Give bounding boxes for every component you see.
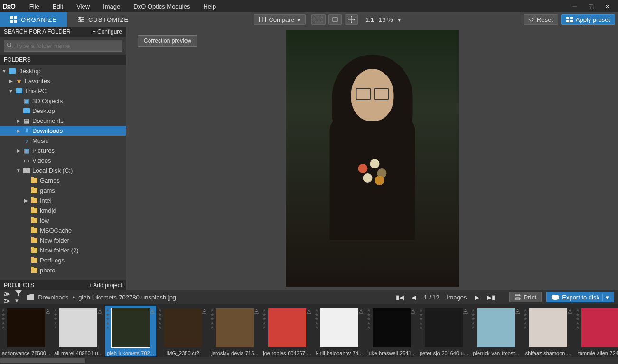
path-folder[interactable]: Downloads: [38, 294, 68, 301]
tree-label: 3D Objects: [32, 97, 63, 104]
rating-stars[interactable]: ★★★★★: [1, 308, 5, 330]
thumbnail[interactable]: ★★★★★◬joe-robles-604267-...: [262, 306, 313, 356]
first-button[interactable]: ▮◀: [396, 294, 404, 301]
image-viewer[interactable]: Correction preview: [126, 27, 618, 290]
thumb-image: [216, 308, 254, 347]
rating-stars[interactable]: ★★★★★: [576, 308, 580, 330]
filter-button[interactable]: ▾: [15, 290, 22, 304]
zoom-1to1-button[interactable]: 1:1: [365, 16, 374, 23]
rating-stars[interactable]: ★★★★★: [158, 308, 162, 330]
thumbnail[interactable]: ★★★★★◬pierrick-van-troost...: [470, 306, 522, 356]
tree-node[interactable]: ▼This PC: [0, 86, 126, 96]
folder-tree: ▼Desktop▶★Favorites▼This PC▣3D ObjectsDe…: [0, 65, 126, 280]
expand-arrow-icon[interactable]: ▶: [16, 128, 21, 133]
svg-point-9: [80, 21, 81, 22]
tab-customize[interactable]: CUSTOMIZE: [67, 12, 139, 27]
menu-item[interactable]: Edit: [46, 0, 70, 12]
window-minimize-icon[interactable]: ─: [570, 1, 580, 11]
tree-node[interactable]: ▶▦Pictures: [0, 146, 126, 156]
scrollbar[interactable]: [0, 357, 618, 364]
menu-item[interactable]: Image: [96, 0, 127, 12]
expand-arrow-icon[interactable]: ▶: [24, 198, 28, 203]
rating-stars[interactable]: ★★★★★: [210, 308, 214, 330]
tree-node[interactable]: New folder: [0, 235, 126, 245]
tree-node[interactable]: ▼Local Disk (C:): [0, 166, 126, 176]
expand-arrow-icon[interactable]: ▼: [9, 88, 13, 93]
next-button[interactable]: ▶: [475, 294, 479, 301]
print-button[interactable]: Print: [509, 292, 542, 302]
rating-stars[interactable]: ★★★★★: [262, 308, 266, 330]
apply-preset-label: Apply preset: [576, 16, 610, 23]
tree-node[interactable]: ▭Videos: [0, 156, 126, 166]
tree-node[interactable]: ▶⬇Downloads: [0, 126, 126, 136]
thumbnail[interactable]: ★★★★★◬jaroslav-devia-715...: [209, 306, 261, 356]
thumbnail[interactable]: ★★★★★◬IMG_2350.cr2: [157, 306, 208, 356]
export-button[interactable]: Export to disk ▾: [546, 292, 614, 302]
rating-stars[interactable]: ★★★★★: [419, 308, 423, 330]
expand-arrow-icon[interactable]: ▶: [16, 118, 21, 123]
tab-organize[interactable]: ORGANIZE: [0, 12, 67, 27]
thumbnail[interactable]: ★★★★★◬luke-braswell-2641...: [366, 306, 417, 356]
scrollbar-thumb[interactable]: [0, 358, 85, 363]
rating-stars[interactable]: ★★★★★: [367, 308, 371, 330]
thumbnail[interactable]: ★★★★★◬actionvance-78500...: [0, 306, 52, 356]
print-icon: [515, 294, 521, 300]
projects-header: PROJECTS + Add project: [0, 280, 126, 290]
thumbnail[interactable]: ★★★★★◬tammie-allen-724...: [575, 306, 618, 356]
rating-stars[interactable]: ★★★★★: [54, 308, 57, 330]
tree-node[interactable]: photo: [0, 265, 126, 275]
thumbnail[interactable]: ★★★★★◬gleb-lukomets-702...: [105, 306, 156, 356]
tree-node[interactable]: ▣3D Objects: [0, 96, 126, 106]
chevron-down-icon[interactable]: ▾: [398, 16, 401, 23]
tree-node[interactable]: Games: [0, 176, 126, 186]
tree-node[interactable]: low: [0, 215, 126, 225]
tree-node[interactable]: ▶▤Documents: [0, 116, 126, 126]
tree-node[interactable]: gams: [0, 186, 126, 196]
tree-node[interactable]: ▶★Favorites: [0, 76, 126, 86]
apply-preset-button[interactable]: Apply preset: [561, 14, 615, 25]
tree-node[interactable]: ♪Music: [0, 136, 126, 146]
tree-node[interactable]: MSOCache: [0, 225, 126, 235]
thumbnail[interactable]: ★★★★★◬kirill-balobanov-74...: [314, 306, 365, 356]
menu-item[interactable]: Help: [197, 0, 223, 12]
tree-node[interactable]: ▼Desktop: [0, 66, 126, 76]
tree-node[interactable]: ▶Intel: [0, 196, 126, 205]
configure-link[interactable]: + Configure: [93, 28, 122, 35]
tree-node[interactable]: kmdjd: [0, 205, 126, 215]
tree-node[interactable]: PerfLogs: [0, 255, 126, 265]
compare-button[interactable]: Compare ▾: [254, 14, 305, 25]
thumbnail[interactable]: ★★★★★◬shifaaz-shamoon-...: [523, 306, 574, 356]
folder-icon: [30, 257, 38, 264]
sort-az-button[interactable]: a▸z▸: [4, 290, 10, 304]
svg-rect-12: [315, 17, 318, 22]
crop-button[interactable]: [328, 14, 342, 25]
rating-stars[interactable]: ★★★★★: [471, 308, 475, 330]
thumbnail[interactable]: ★★★★★◬peter-sjo-201640-u...: [418, 306, 469, 356]
rating-stars[interactable]: ★★★★★: [524, 308, 527, 330]
menu-item[interactable]: View: [70, 0, 96, 12]
window-maximize-icon[interactable]: ◱: [586, 1, 596, 11]
tree-node[interactable]: New folder (2): [0, 245, 126, 255]
reset-button[interactable]: ↺ Reset: [524, 14, 558, 25]
add-project-link[interactable]: + Add project: [89, 282, 122, 289]
expand-arrow-icon[interactable]: ▼: [2, 68, 7, 74]
move-button[interactable]: [345, 14, 358, 25]
expand-arrow-icon[interactable]: ▶: [16, 148, 21, 153]
side-by-side-button[interactable]: [311, 14, 326, 25]
last-button[interactable]: ▶▮: [487, 294, 495, 301]
expand-arrow-icon[interactable]: ▼: [16, 168, 21, 173]
menu-item[interactable]: File: [23, 0, 46, 12]
search-input[interactable]: [4, 40, 122, 52]
zoom-value[interactable]: 13 %: [379, 16, 393, 23]
expand-arrow-icon[interactable]: ▶: [9, 78, 13, 84]
rating-stars[interactable]: ★★★★★: [315, 308, 318, 330]
tree-label: photo: [40, 267, 56, 274]
prev-button[interactable]: ◀: [412, 294, 416, 301]
window-close-icon[interactable]: ✕: [602, 1, 612, 11]
rating-stars[interactable]: ★★★★★: [106, 308, 110, 330]
tree-node[interactable]: Desktop: [0, 106, 126, 116]
folder-icon: [9, 68, 16, 75]
thumbnail[interactable]: ★★★★★◬ali-marel-489801-u...: [53, 306, 104, 356]
thumb-image: [59, 308, 97, 347]
menu-item[interactable]: DxO Optics Modules: [127, 0, 197, 12]
